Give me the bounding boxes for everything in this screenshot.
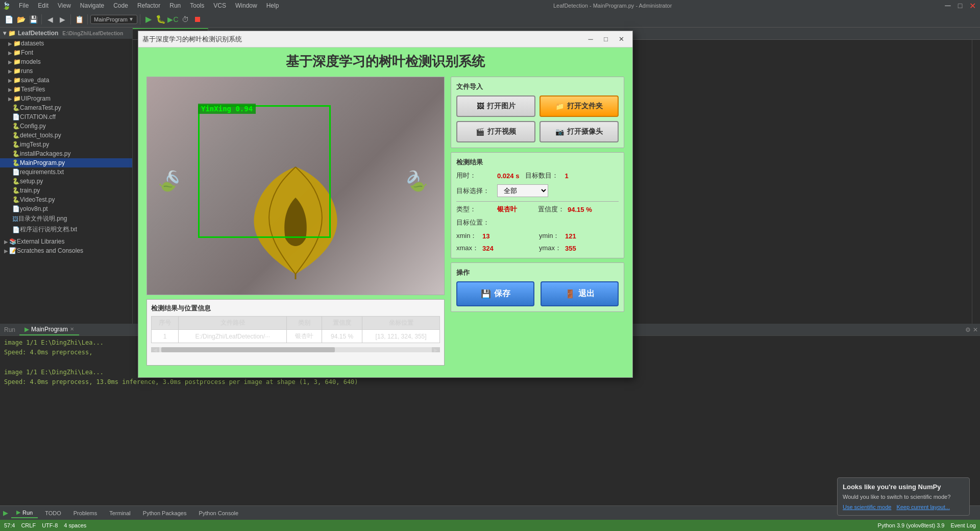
menu-help[interactable]: Help xyxy=(262,1,283,10)
menu-edit[interactable]: Edit xyxy=(34,1,53,10)
close-ide-button[interactable]: ✕ xyxy=(967,0,978,11)
project-root[interactable]: ▾ 📁 LeafDetection E:\DingZhi\LeafDetecti… xyxy=(0,28,132,39)
menu-run[interactable]: Run xyxy=(165,1,185,10)
run-tab-mainprogram[interactable]: ▶ MainProgram ✕ xyxy=(19,324,79,335)
exit-button[interactable]: 🚪 退出 xyxy=(541,281,619,306)
run-config-dropdown[interactable]: MainProgram ▼ xyxy=(90,15,137,24)
run-tab-close-icon[interactable]: ✕ xyxy=(70,326,74,332)
menu-code[interactable]: Code xyxy=(109,1,132,10)
window-restore-button[interactable]: □ xyxy=(599,34,613,45)
sidebar-item-dir-readme[interactable]: 🖼 目录文件说明.png xyxy=(0,213,132,224)
line-endings: CRLF xyxy=(21,522,36,528)
sidebar-item-requirements[interactable]: 📄 requirements.txt xyxy=(0,167,132,177)
use-scientific-mode-link[interactable]: Use scientific mode xyxy=(843,504,891,510)
window-minimize-button[interactable]: ─ xyxy=(583,34,598,45)
sidebar-item-uiprogram[interactable]: ▶ 📁 UIProgram xyxy=(0,94,132,103)
run-button[interactable]: ▶ xyxy=(143,14,154,25)
menu-vcs[interactable]: VCS xyxy=(209,1,230,10)
xmin-item: xmin： 13 xyxy=(456,231,536,240)
sidebar-item-cameratest[interactable]: 🐍 CameraTest.py xyxy=(0,103,132,112)
sidebar-item-models[interactable]: ▶ 📁 models xyxy=(0,57,132,66)
menu-navigate[interactable]: Navigate xyxy=(76,1,108,10)
bottom-tab-python-packages-label: Python Packages xyxy=(143,510,187,516)
forward-button[interactable]: ▶ xyxy=(57,14,68,25)
sidebar-item-external-libraries[interactable]: ▶ 📚 External Libraries xyxy=(0,237,132,246)
save-result-button[interactable]: 💾 保存 xyxy=(456,281,534,306)
maximize-ide-button[interactable]: □ xyxy=(954,0,966,11)
sidebar-item-videotest[interactable]: 🐍 VideoTest.py xyxy=(0,195,132,204)
window-close-button[interactable]: ✕ xyxy=(614,34,628,45)
open-camera-button[interactable]: 📷 打开摄像头 xyxy=(540,121,619,142)
sidebar-item-testfiles[interactable]: ▶ 📁 TestFiles xyxy=(0,85,132,94)
close-panel-icon[interactable]: ✕ xyxy=(973,326,978,333)
sidebar-item-detect-tools[interactable]: 🐍 detect_tools.py xyxy=(0,131,132,140)
editor-scrollbar[interactable] xyxy=(972,40,980,324)
back-button[interactable]: ◀ xyxy=(44,14,56,25)
file-icon: 📄 xyxy=(12,113,20,120)
save-icon: 💾 xyxy=(481,289,491,299)
sidebar-item-installpackages[interactable]: 🐍 installPackages.py xyxy=(0,149,132,158)
scroll-right-arrow[interactable]: ▶ xyxy=(432,347,440,352)
sidebar-item-datasets[interactable]: ▶ 📁 datasets xyxy=(0,39,132,48)
menu-tools[interactable]: Tools xyxy=(186,1,208,10)
sidebar-label: requirements.txt xyxy=(20,168,64,176)
menu-file[interactable]: File xyxy=(15,1,33,10)
minimize-ide-button[interactable]: ─ xyxy=(942,0,953,11)
sidebar-label: 程序运行说明文档.txt xyxy=(20,225,77,234)
sidebar-item-yolov8[interactable]: 📄 yolov8n.pt xyxy=(0,204,132,213)
project-folder-icon: 📁 xyxy=(8,30,16,37)
open-video-button[interactable]: 🎬 打开视频 xyxy=(456,121,535,142)
open-button[interactable]: 📂 xyxy=(15,14,27,25)
keep-current-layout-link[interactable]: Keep current layout... xyxy=(896,504,950,510)
sidebar-item-runs[interactable]: ▶ 📁 runs xyxy=(0,66,132,76)
separator-4 xyxy=(140,14,140,25)
results-table: 序号 文件路径 类别 置信度 坐标位置 1 E:/DingZhi/LeafDet… xyxy=(151,316,440,343)
sidebar-item-train[interactable]: 🐍 train.py xyxy=(0,186,132,195)
scroll-left-arrow[interactable]: ◀ xyxy=(151,347,159,352)
bottom-tab-run[interactable]: ▶ Run xyxy=(11,508,38,518)
sidebar-item-citation[interactable]: 📄 CITATION.cff xyxy=(0,112,132,122)
py-icon: 🐍 xyxy=(12,196,20,203)
new-file-button[interactable]: 📄 xyxy=(3,14,14,25)
sidebar-item-mainprogram[interactable]: 🐍 MainProgram.py xyxy=(0,158,132,167)
xmax-value: 324 xyxy=(482,245,494,252)
menu-window[interactable]: Window xyxy=(231,1,261,10)
time-value: 0.024 s xyxy=(497,172,519,180)
sidebar-item-imgtest[interactable]: 🐍 imgTest.py xyxy=(0,140,132,149)
target-select-dropdown[interactable]: 全部 xyxy=(497,184,548,197)
sidebar-item-save-data[interactable]: ▶ 📁 save_data xyxy=(0,76,132,85)
app-icon: 🍃 xyxy=(2,2,11,10)
settings-icon[interactable]: ⚙ xyxy=(965,326,971,333)
run-icon-small: ▶ xyxy=(16,509,20,516)
open-image-button[interactable]: 🖼 打开图片 xyxy=(456,95,535,117)
folder-icon: 📁 xyxy=(13,95,21,102)
open-folder-label: 打开文件夹 xyxy=(567,102,603,111)
py-icon: 🐍 xyxy=(12,123,20,130)
table-horizontal-scrollbar[interactable]: ▶ ◀ xyxy=(151,347,440,352)
sidebar-item-config[interactable]: 🐍 Config.py xyxy=(0,122,132,131)
debug-button[interactable]: 🐛 xyxy=(155,14,166,25)
scratches-icon: 📝 xyxy=(9,247,17,254)
sidebar-item-setup[interactable]: 🐍 setup.py xyxy=(0,177,132,186)
menu-view[interactable]: View xyxy=(54,1,75,10)
sidebar-item-run-readme[interactable]: 📄 程序运行说明文档.txt xyxy=(0,224,132,235)
sidebar-item-font[interactable]: ▶ 📁 Font xyxy=(0,48,132,57)
bottom-tab-python-packages[interactable]: Python Packages xyxy=(138,509,192,518)
open-camera-label: 打开摄像头 xyxy=(567,127,603,136)
open-folder-button[interactable]: 📁 打开文件夹 xyxy=(540,95,619,117)
sidebar-item-scratches[interactable]: ▶ 📝 Scratches and Consoles xyxy=(0,246,132,255)
event-log-label[interactable]: Event Log xyxy=(950,522,976,528)
stop-button[interactable]: ⏹ xyxy=(192,14,203,25)
save-button[interactable]: 💾 xyxy=(28,14,39,25)
profile-button[interactable]: ⏱ xyxy=(180,14,191,25)
sidebar-label: TestFiles xyxy=(21,86,45,93)
bottom-tab-problems[interactable]: Problems xyxy=(68,509,102,518)
bottom-tab-terminal[interactable]: Terminal xyxy=(104,509,136,518)
recent-files-button[interactable]: 📋 xyxy=(74,14,85,25)
run-bottom-button[interactable]: ▶ xyxy=(2,508,9,518)
col-header-type: 类别 xyxy=(287,317,322,330)
bottom-tab-python-console[interactable]: Python Console xyxy=(193,509,243,518)
menu-refactor[interactable]: Refactor xyxy=(133,1,164,10)
bottom-tab-todo[interactable]: TODO xyxy=(40,509,66,518)
run-coverage-button[interactable]: ▶C xyxy=(167,14,179,25)
